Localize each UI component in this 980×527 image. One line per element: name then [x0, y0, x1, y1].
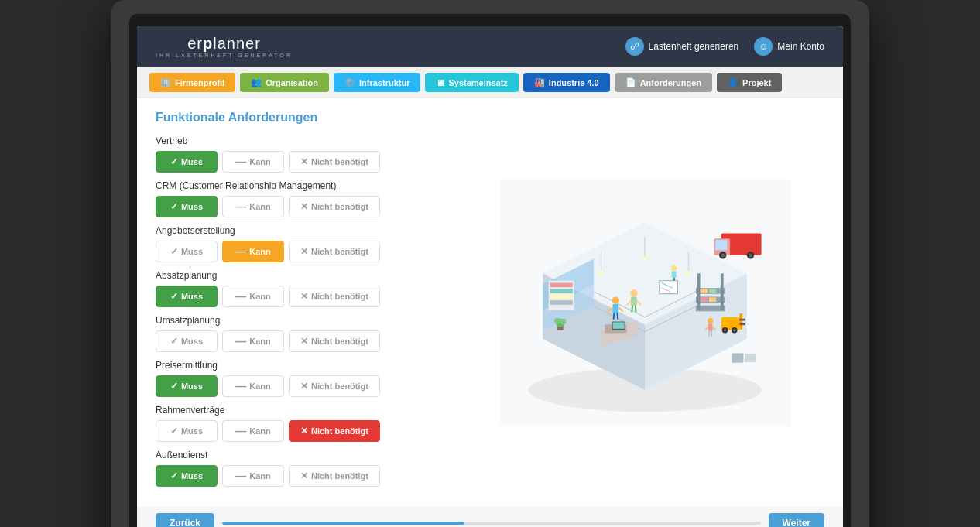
category-angebotserstellung: Angebotserstellung: [156, 225, 450, 236]
logo: erplanner IHR LASTENHEFT GENERATOR: [156, 35, 293, 58]
preisermittlung-muss-btn[interactable]: ✓ Muss: [156, 375, 218, 397]
absatzplanung-nicht-btn[interactable]: ✕ Nicht benötigt: [289, 286, 380, 307]
svg-point-47: [560, 319, 567, 325]
absatzplanung-options: ✓ Muss — Kann ✕ Nicht benötigt: [156, 286, 450, 307]
svg-rect-26: [701, 297, 708, 302]
umsatzplanung-nicht-btn[interactable]: ✕ Nicht benötigt: [289, 330, 380, 352]
tab-projekt[interactable]: 👤 Projekt: [717, 73, 782, 92]
tab-systemeinsatz[interactable]: 🖥 Systemeinsatz: [425, 73, 518, 92]
lastenheft-icon: ☍: [625, 37, 644, 56]
svg-rect-27: [709, 297, 716, 302]
dash-icon: —: [235, 335, 246, 347]
absatzplanung-muss-btn[interactable]: ✓ Muss: [156, 286, 218, 307]
tab-infrastruktur[interactable]: ⚙️ Infrastruktur: [334, 73, 420, 92]
svg-point-34: [630, 289, 637, 296]
vertrieb-kann-btn[interactable]: — Kann: [222, 151, 284, 173]
lastenheft-button[interactable]: ☍ Lastenheft generieren: [625, 37, 739, 56]
dash-icon: —: [235, 470, 246, 482]
left-panel: Funktionale Anforderungen Vertrieb ✓ Mus…: [156, 111, 450, 494]
tab-industrie40[interactable]: 🏭 Industrie 4.0: [523, 73, 610, 92]
x-icon: ✕: [300, 336, 308, 347]
rahmenvertraege-muss-btn[interactable]: ✓ Muss: [156, 420, 218, 442]
svg-point-78: [598, 271, 605, 277]
svg-rect-73: [550, 300, 573, 305]
factory-icon: 🏭: [534, 77, 545, 87]
svg-line-38: [632, 306, 632, 312]
umsatzplanung-muss-btn[interactable]: ✓ Muss: [156, 330, 218, 352]
tab-firmenprofil[interactable]: 🏢 Firmenprofil: [149, 73, 235, 92]
rahmenvertraege-kann-btn[interactable]: — Kann: [222, 420, 284, 442]
tab-navigation: 🏢 Firmenprofil 👥 Organisation ⚙️ Infrast…: [137, 67, 843, 98]
tab-organisation[interactable]: 👥 Organisation: [240, 73, 329, 92]
x-icon: ✕: [300, 471, 308, 481]
gear-icon: ⚙️: [344, 77, 355, 87]
crm-kann-btn[interactable]: — Kann: [222, 196, 284, 217]
preisermittlung-options: ✓ Muss — Kann ✕ Nicht benötigt: [156, 375, 450, 397]
x-icon: ✕: [300, 201, 308, 212]
aussendienst-nicht-btn[interactable]: ✕ Nicht benötigt: [289, 465, 380, 487]
right-panel: [465, 111, 824, 494]
category-umsatzplanung: Umsatzplanung: [156, 315, 450, 326]
svg-rect-51: [739, 323, 745, 325]
preisermittlung-nicht-btn[interactable]: ✕ Nicht benötigt: [289, 375, 380, 397]
rahmenvertraege-nicht-btn[interactable]: ✕ Nicht benötigt: [289, 420, 380, 442]
vertrieb-nicht-btn[interactable]: ✕ Nicht benötigt: [289, 151, 380, 173]
svg-line-33: [617, 313, 618, 319]
svg-rect-58: [745, 354, 756, 362]
aussendienst-kann-btn[interactable]: — Kann: [222, 465, 284, 487]
people-icon: 👥: [251, 77, 262, 87]
next-button[interactable]: Weiter: [769, 513, 824, 527]
svg-point-82: [686, 271, 692, 277]
angebotserstellung-muss-btn[interactable]: ✓ Muss: [156, 241, 218, 262]
svg-rect-49: [739, 313, 742, 330]
konto-icon: ☺: [754, 37, 773, 56]
monitor-icon: 🖥: [436, 78, 444, 87]
category-preisermittlung: Preisermittlung: [156, 360, 450, 371]
mein-konto-button[interactable]: ☺ Mein Konto: [754, 37, 824, 56]
top-navigation: erplanner IHR LASTENHEFT GENERATOR ☍ Las…: [137, 26, 843, 67]
svg-point-65: [671, 265, 677, 272]
angebotserstellung-nicht-btn[interactable]: ✕ Nicht benötigt: [289, 241, 380, 262]
angebotserstellung-kann-btn[interactable]: — Kann: [222, 241, 284, 262]
check-icon: ✓: [170, 291, 178, 302]
crm-muss-btn[interactable]: ✓ Muss: [156, 196, 218, 217]
angebotserstellung-options: ✓ Muss — Kann ✕ Nicht benötigt: [156, 241, 450, 262]
svg-point-59: [708, 318, 714, 324]
dash-icon: —: [235, 200, 246, 213]
category-rahmenvertraege: Rahmenverträge: [156, 405, 450, 416]
svg-point-54: [724, 329, 727, 332]
dash-icon: —: [235, 380, 246, 392]
absatzplanung-kann-btn[interactable]: — Kann: [222, 286, 284, 307]
tab-anforderungen[interactable]: 📄 Anforderungen: [615, 73, 712, 92]
svg-rect-50: [739, 319, 745, 321]
dash-icon: —: [235, 156, 246, 168]
crm-nicht-btn[interactable]: ✕ Nicht benötigt: [289, 196, 380, 217]
doc-icon: 📄: [625, 77, 636, 87]
progress-bar-fill: [222, 522, 464, 525]
svg-rect-60: [708, 323, 713, 330]
svg-rect-74: [660, 281, 678, 294]
x-icon: ✕: [300, 381, 308, 392]
svg-line-39: [636, 306, 636, 312]
category-aussendienst: Außendienst: [156, 450, 450, 460]
svg-point-28: [612, 296, 619, 303]
nav-right: ☍ Lastenheft generieren ☺ Mein Konto: [625, 37, 824, 56]
svg-point-46: [554, 318, 560, 324]
aussendienst-muss-btn[interactable]: ✓ Muss: [156, 465, 218, 487]
svg-point-80: [642, 256, 648, 262]
progress-bar-background: [222, 522, 761, 525]
aussendienst-options: ✓ Muss — Kann ✕ Nicht benötigt: [156, 465, 450, 487]
x-icon: ✕: [300, 291, 308, 302]
svg-rect-29: [613, 304, 619, 313]
svg-point-17: [721, 253, 725, 257]
building-icon: 🏢: [160, 77, 171, 87]
back-button[interactable]: Zurück: [156, 513, 214, 527]
vertrieb-muss-btn[interactable]: ✓ Muss: [156, 151, 218, 173]
svg-line-32: [614, 313, 615, 319]
section-title: Funktionale Anforderungen: [156, 111, 450, 125]
svg-rect-14: [715, 240, 727, 250]
svg-rect-22: [697, 273, 701, 310]
preisermittlung-kann-btn[interactable]: — Kann: [222, 375, 284, 397]
umsatzplanung-kann-btn[interactable]: — Kann: [222, 330, 284, 352]
crm-options: ✓ Muss — Kann ✕ Nicht benötigt: [156, 196, 450, 217]
